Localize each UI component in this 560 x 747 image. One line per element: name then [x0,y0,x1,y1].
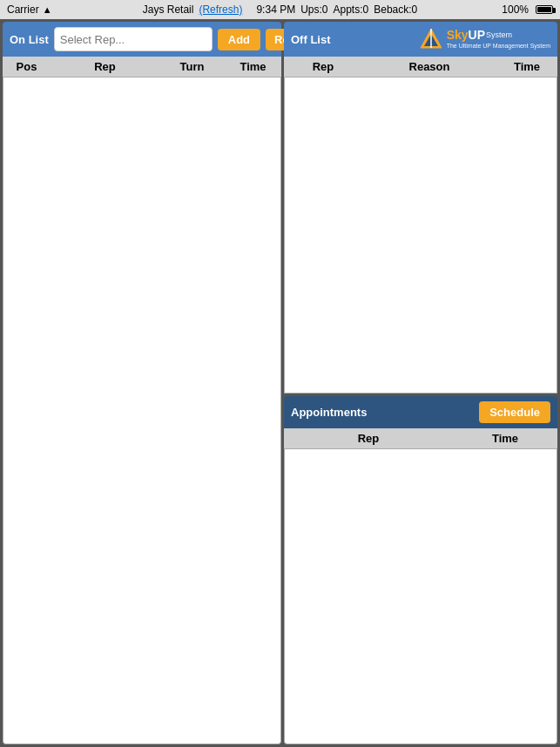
refresh-link[interactable]: (Refresh) [199,3,242,16]
off-list-label: Off List [291,33,331,46]
wifi-icon: ▲ [43,4,52,15]
logo-text: Sky UP System The Ultimate UP Management… [447,29,550,49]
appointments-label: Appointments [291,406,367,419]
status-bar: Carrier ▲ Jays Retail (Refresh) 9:34 PM … [0,0,560,19]
logo-triangle-icon [419,27,443,51]
main-container: On List Add Remove Pos Rep Turn Time Off… [0,19,560,747]
off-list-body [284,77,557,394]
off-list-columns: Rep Reason Time [284,57,557,77]
store-name: Jays Retail [143,3,194,16]
off-col-rep-header: Rep [284,60,362,73]
schedule-button[interactable]: Schedule [479,401,550,423]
select-rep-input[interactable] [54,27,213,51]
status-bar-right: 100% [502,3,553,16]
right-panel: Off List Sky UP System The U [284,22,557,744]
left-panel: On List Add Remove Pos Rep Turn Time [3,22,281,744]
logo-tagline: The Ultimate UP Management System [447,43,550,50]
on-list-header: On List Add Remove [3,22,281,57]
col-turn-header: Turn [159,60,225,73]
col-time-header: Time [225,60,281,73]
battery-icon [536,5,553,14]
off-list-section: Off List Sky UP System The U [284,22,557,394]
logo-sky-text: Sky [447,29,469,42]
status-bar-center: Jays Retail (Refresh) 9:34 PM Ups:0 Appt… [143,3,418,16]
appointments-body [284,449,557,744]
on-list-columns: Pos Rep Turn Time [3,57,281,77]
carrier-label: Carrier [7,3,39,16]
col-pos-header: Pos [3,60,51,73]
logo-up-text: UP [469,29,485,42]
off-list-header: Off List Sky UP System The U [284,22,557,57]
appointments-header: Appointments Schedule [284,396,557,428]
time-display: 9:34 PM [256,3,295,16]
off-col-time-header: Time [496,60,557,73]
beback-counter: Beback:0 [374,3,417,16]
battery-percent: 100% [502,3,529,16]
appointments-columns: Rep Time [284,428,557,449]
logo-system-text: System [486,31,512,40]
off-col-reason-header: Reason [362,60,496,73]
appointments-section: Appointments Schedule Rep Time [284,396,557,744]
status-bar-left: Carrier ▲ [7,3,52,16]
skyup-logo: Sky UP System The Ultimate UP Management… [419,27,550,51]
appt-col-time-header: Time [453,432,557,445]
on-list-body [3,77,281,744]
appts-counter: Appts:0 [334,3,369,16]
on-list-label: On List [10,33,49,46]
add-button[interactable]: Add [218,29,260,50]
appt-col-rep-header: Rep [284,432,453,445]
ups-counter: Ups:0 [300,3,327,16]
col-rep-header: Rep [51,60,159,73]
